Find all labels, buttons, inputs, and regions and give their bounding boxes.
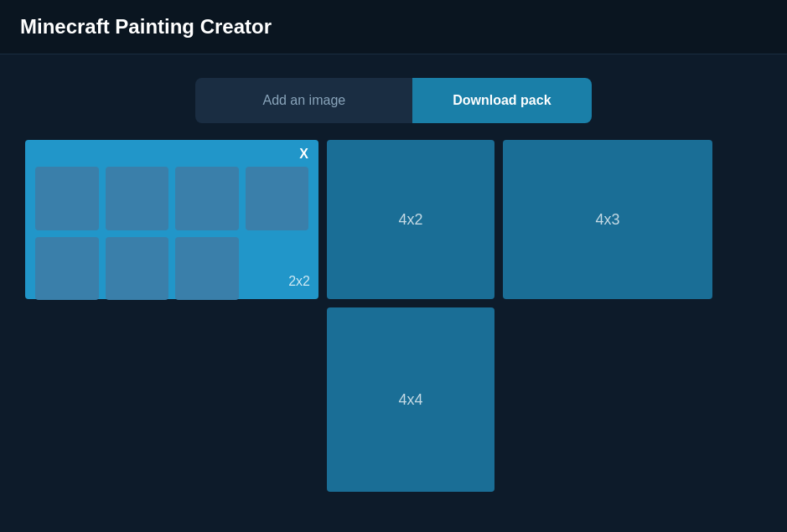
slot-4x4[interactable]: 4x4 — [327, 307, 494, 492]
paintings-grid: X 2x2 4x2 4x3 — [25, 140, 762, 492]
thumbnail-cell[interactable] — [106, 167, 169, 230]
thumbnail-cell[interactable] — [35, 237, 99, 301]
download-pack-button[interactable]: Download pack — [412, 78, 591, 123]
toolbar: Add an image Download pack — [0, 54, 787, 140]
slot-2x2-peek-label: 2x2 — [288, 274, 310, 289]
slot-4x3[interactable]: 4x3 — [503, 140, 712, 299]
slot-4x3-label: 4x3 — [595, 211, 619, 229]
thumbnail-cell[interactable] — [35, 167, 99, 230]
thumbnail-grid — [35, 167, 308, 300]
active-painting-slot[interactable]: X 2x2 — [25, 140, 318, 299]
slot-4x4-label: 4x4 — [398, 391, 422, 409]
thumbnail-cell[interactable] — [175, 167, 239, 230]
thumbnail-cell-empty — [246, 237, 309, 301]
add-image-button[interactable]: Add an image — [195, 78, 412, 123]
main-content: X 2x2 4x2 4x3 — [0, 140, 787, 492]
slot-4x2[interactable]: 4x2 — [327, 140, 494, 299]
empty-slot-left — [25, 307, 318, 492]
slot-4x2-label: 4x2 — [398, 211, 422, 229]
thumbnail-cell[interactable] — [106, 237, 169, 301]
app-header: Minecraft Painting Creator — [0, 0, 787, 54]
app-title: Minecraft Painting Creator — [20, 15, 767, 39]
thumbnail-cell[interactable] — [175, 237, 239, 301]
close-slot-button[interactable]: X — [299, 147, 308, 162]
thumbnail-cell[interactable] — [246, 167, 309, 230]
